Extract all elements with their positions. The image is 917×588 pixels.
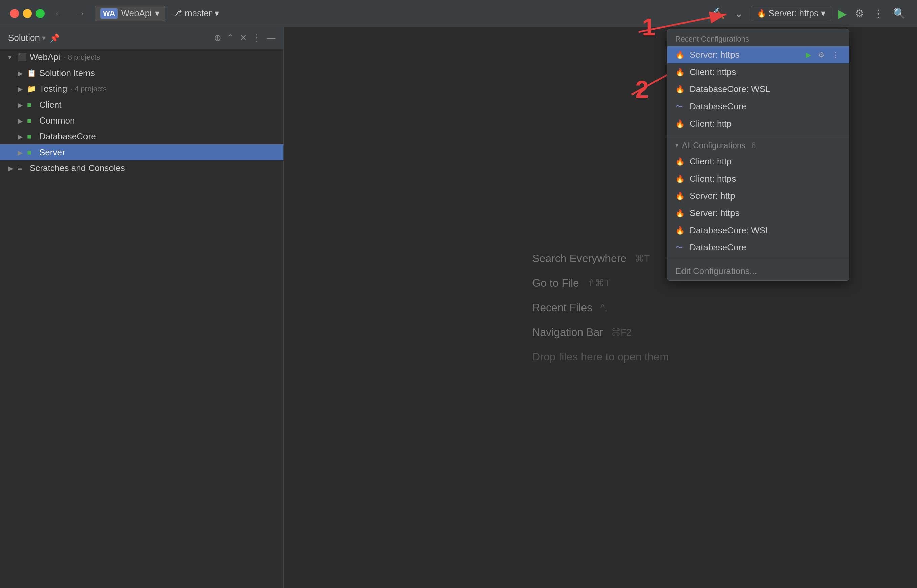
forward-button[interactable]: → (73, 7, 88, 20)
dropdown-divider (667, 135, 849, 136)
wave-icon: 〜 (676, 243, 685, 253)
flame-icon: 🔥 (676, 226, 685, 235)
run-action-icon[interactable]: ▶ (804, 50, 813, 60)
dropdown-item-label: Client: http (690, 156, 732, 167)
dropdown-item-databasecore-recent[interactable]: 〜 DatabaseCore (667, 98, 849, 115)
dropdown-item-client-http-all[interactable]: 🔥 Client: http (667, 153, 849, 170)
shortcut-goto-file: Go to File ⇧⌘T (532, 277, 610, 289)
drop-files-text: Drop files here to open them (532, 351, 669, 363)
flame-icon: 🔥 (676, 68, 685, 77)
chevron-icon: ▾ (8, 53, 18, 61)
shortcuts-panel: Search Everywhere ⌘T Go to File ⇧⌘T Rece… (532, 252, 669, 363)
run-config-icon: 🔥 (757, 9, 766, 18)
shortcut-key: ⌘F2 (611, 327, 632, 338)
wave-icon: 〜 (676, 102, 685, 112)
run-config-button[interactable]: 🔥 Server: https ▾ (751, 6, 831, 21)
tree-item-sublabel: · 8 projects (64, 53, 100, 62)
flame-icon: 🔥 (676, 174, 685, 183)
minimize-button[interactable] (23, 9, 32, 18)
maximize-button[interactable] (36, 9, 45, 18)
flame-icon: 🔥 (676, 192, 685, 200)
dropdown-chevron-icon[interactable]: ⌄ (733, 6, 744, 21)
tree-item-label: DatabaseCore (39, 131, 96, 142)
dropdown-item-label: DatabaseCore (690, 242, 746, 253)
chevron-icon: ▶ (18, 117, 27, 125)
debug-icon[interactable]: ⚙ (854, 6, 865, 21)
dropdown-item-server-https-all[interactable]: 🔥 Server: https (667, 205, 849, 222)
project-icon: ■ (27, 132, 39, 141)
tree-item-common[interactable]: ▶ ■ Common (0, 113, 284, 129)
project-icon: ■ (27, 100, 39, 109)
edit-configurations-item[interactable]: Edit Configurations... (667, 262, 849, 281)
project-name: WebApi (121, 8, 152, 19)
tree-item-scratches[interactable]: ▶ ≡ Scratches and Consoles (0, 160, 284, 176)
close-panel-icon[interactable]: ✕ (240, 33, 247, 43)
tree-item-sublabel: · 4 projects (70, 85, 107, 94)
titlebar-left: ← → WA WebApi ▾ ⎇ master ▾ (10, 6, 219, 21)
tree-item-label: Common (39, 115, 75, 126)
debug-action-icon[interactable]: ⚙ (816, 50, 827, 60)
all-configurations-label: All Configurations (682, 141, 745, 150)
dropdown-item-databasecore-wsl[interactable]: 🔥 DatabaseCore: WSL (667, 81, 849, 98)
flame-icon: 🔥 (676, 120, 685, 128)
close-button[interactable] (10, 9, 19, 18)
scratches-icon: ≡ (18, 164, 30, 173)
sidebar-pin-icon[interactable]: 📌 (50, 34, 60, 43)
hammer-icon[interactable]: 🔨 (711, 6, 726, 21)
section-chevron-icon: ▾ (676, 142, 679, 149)
flame-icon: 🔥 (676, 209, 685, 218)
dropdown-item-label: DatabaseCore: WSL (690, 84, 770, 95)
tree-item-server[interactable]: ▶ ■ Server (0, 144, 284, 160)
chevron-icon: ▶ (8, 165, 18, 173)
dropdown-item-server-http-all[interactable]: 🔥 Server: http (667, 187, 849, 205)
minimize-panel-icon[interactable]: — (267, 33, 275, 43)
flame-icon: 🔥 (676, 51, 685, 60)
flame-icon: 🔥 (676, 85, 685, 94)
tree-item-databasecore[interactable]: ▶ ■ DatabaseCore (0, 129, 284, 144)
tree-item-testing[interactable]: ▶ 📁 Testing · 4 projects (0, 81, 284, 97)
run-config-chevron-icon: ▾ (821, 8, 825, 19)
project-icon: ⬛ (18, 53, 30, 62)
shortcut-search-everywhere: Search Everywhere ⌘T (532, 252, 650, 265)
expand-icon[interactable]: ⊕ (214, 33, 221, 43)
shortcut-key: ^, (600, 302, 608, 313)
tree-item-solution-items[interactable]: ▶ 📋 Solution Items (0, 65, 284, 81)
sidebar-title-chevron[interactable]: ▾ (42, 34, 45, 42)
more-action-icon[interactable]: ⋮ (830, 50, 841, 60)
project-selector[interactable]: WA WebApi ▾ (95, 6, 165, 21)
tree-item-label: Client (39, 100, 62, 110)
run-button[interactable]: ▶ (838, 7, 847, 20)
dropdown-item-actions: ▶ ⚙ ⋮ (804, 50, 841, 60)
tree-item-client[interactable]: ▶ ■ Client (0, 97, 284, 113)
chevron-icon: ▶ (18, 101, 27, 109)
dropdown-item-databasecore-all[interactable]: 〜 DatabaseCore (667, 239, 849, 256)
dropdown-item-client-http[interactable]: 🔥 Client: http (667, 115, 849, 132)
tree-item-webapi[interactable]: ▾ ⬛ WebApi · 8 projects (0, 49, 284, 65)
back-button[interactable]: ← (51, 7, 66, 20)
edit-configurations-label: Edit Configurations... (676, 266, 757, 276)
dropdown-item-label: DatabaseCore: WSL (690, 225, 770, 236)
collapse-icon[interactable]: ⌃ (227, 33, 234, 43)
dropdown-item-label: Server: http (690, 191, 735, 201)
folder-icon: 📁 (27, 85, 39, 94)
dropdown-item-client-https-all[interactable]: 🔥 Client: https (667, 170, 849, 187)
dropdown-item-label: Client: https (690, 67, 736, 77)
all-configurations-header[interactable]: ▾ All Configurations 6 (667, 138, 849, 153)
shortcut-key: ⌘T (635, 253, 650, 264)
dropdown-item-client-https[interactable]: 🔥 Client: https (667, 63, 849, 81)
dropdown-item-databasecore-wsl-all[interactable]: 🔥 DatabaseCore: WSL (667, 222, 849, 239)
more-icon[interactable]: ⋮ (872, 6, 885, 21)
chevron-icon: ▶ (18, 69, 27, 77)
branch-selector[interactable]: ⎇ master ▾ (172, 8, 219, 19)
shortcut-recent-files: Recent Files ^, (532, 301, 608, 314)
more-panel-icon[interactable]: ⋮ (253, 33, 261, 43)
folder-icon: 📋 (27, 69, 39, 78)
branch-icon: ⎇ (172, 8, 182, 19)
search-icon[interactable]: 🔍 (892, 6, 907, 21)
chevron-icon: ▶ (18, 85, 27, 93)
dropdown-item-server-https-recent[interactable]: 🔥 Server: https ▶ ⚙ ⋮ (667, 46, 849, 63)
dropdown-item-label: Server: https (690, 208, 739, 218)
project-icon: ■ (27, 116, 39, 125)
shortcut-label: Recent Files (532, 301, 592, 314)
shortcut-navigation-bar: Navigation Bar ⌘F2 (532, 326, 632, 339)
